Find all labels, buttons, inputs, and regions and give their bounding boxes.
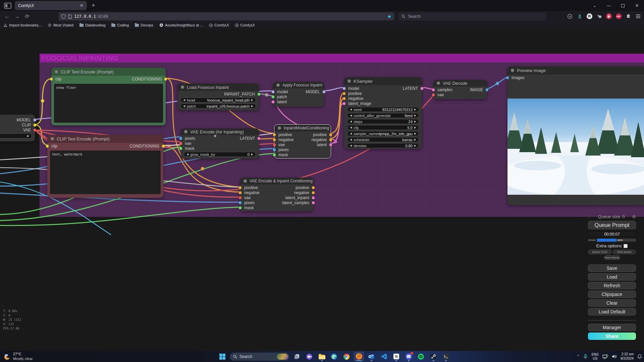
node-header[interactable]: VAE Encode & Inpaint Conditioning bbox=[240, 178, 313, 184]
input-dot-positive[interactable] bbox=[343, 92, 346, 95]
output-dot-model[interactable] bbox=[323, 90, 326, 93]
input-dot-negative[interactable] bbox=[343, 97, 346, 100]
privacy-badger-icon[interactable] bbox=[605, 13, 612, 20]
sampler-name-widget[interactable]: ◀sampler_namedpmpp_2m_sde_gpu▶ bbox=[347, 131, 419, 136]
window-maximize-button[interactable] bbox=[616, 0, 630, 11]
output-dot-negative[interactable] bbox=[312, 191, 315, 194]
input-dot-latent-image[interactable] bbox=[343, 102, 346, 105]
microphone-icon[interactable] bbox=[583, 354, 588, 359]
input-dot-vae[interactable] bbox=[273, 143, 276, 146]
language-indicator[interactable]: ENGUS bbox=[591, 353, 599, 360]
steam-icon[interactable] bbox=[428, 352, 438, 361]
bookmark-folder-devops[interactable]: Devops bbox=[135, 23, 153, 27]
window-minimize-button[interactable]: — bbox=[602, 0, 616, 11]
shield-icon[interactable] bbox=[61, 14, 66, 19]
notion-icon[interactable]: N bbox=[391, 352, 401, 361]
grow-mask-by-widget[interactable]: ◀grow_mask_by0▶ bbox=[184, 152, 256, 157]
node-header[interactable]: Apply Fooocus Inpaint bbox=[273, 82, 324, 88]
menu-drag-handle[interactable]: ∷ bbox=[588, 215, 591, 219]
notifications-bell-icon[interactable] bbox=[637, 354, 642, 359]
back-button[interactable]: ← bbox=[2, 13, 12, 19]
prompt-textarea[interactable]: snow floor bbox=[54, 84, 163, 123]
input-dot-patch[interactable] bbox=[272, 95, 275, 98]
head-widget[interactable]: ◀headfooocus_inpaint_head.pth▶ bbox=[180, 98, 256, 103]
node-load-fooocus-inpaint[interactable]: Load Fooocus Inpaint INPAINT_PATCH ◀head… bbox=[177, 83, 259, 110]
file-explorer-icon[interactable] bbox=[317, 352, 327, 361]
output-dot-latent-samples[interactable] bbox=[312, 201, 315, 204]
scheduler-widget[interactable]: ◀schedulerkarras▶ bbox=[347, 137, 419, 142]
new-tab-button[interactable]: + bbox=[92, 2, 95, 9]
bookmark-most-visited[interactable]: Most Visited bbox=[48, 23, 73, 27]
ckpt-name-widget[interactable]: ion.safetensors▶ bbox=[0, 133, 32, 138]
input-dot-images[interactable] bbox=[506, 76, 509, 79]
steps-widget[interactable]: ◀steps24▶ bbox=[347, 119, 419, 124]
menu-hamburger-icon[interactable] bbox=[635, 13, 641, 20]
queue-prompt-button[interactable]: Queue Prompt bbox=[588, 221, 636, 229]
firefox-icon[interactable] bbox=[354, 352, 364, 361]
output-dot-vae[interactable] bbox=[34, 128, 37, 131]
widget-next-icon[interactable]: ▶ bbox=[27, 134, 29, 137]
output-dot-model[interactable] bbox=[34, 118, 37, 121]
output-dot-latent[interactable] bbox=[329, 143, 332, 146]
collapse-dot[interactable] bbox=[511, 69, 514, 72]
network-icon[interactable] bbox=[602, 354, 608, 359]
spotify-icon[interactable] bbox=[416, 352, 426, 361]
node-header[interactable]: Preview Image bbox=[507, 66, 644, 74]
input-dot-mask[interactable] bbox=[273, 153, 276, 156]
output-dot-conditioning[interactable] bbox=[162, 144, 165, 147]
tray-chevron-icon[interactable]: ⌃ bbox=[577, 354, 580, 359]
url-bar[interactable]: 127.0.0.1:8188 ★ bbox=[59, 12, 394, 20]
input-dot-positive[interactable] bbox=[273, 133, 276, 136]
input-dot-pixels[interactable] bbox=[239, 201, 242, 204]
manager-button[interactable]: Manager bbox=[588, 324, 636, 331]
window-close-button[interactable]: ✕ bbox=[630, 0, 644, 11]
output-dot-inpaint-patch[interactable] bbox=[258, 93, 261, 96]
input-dot-negative[interactable] bbox=[273, 138, 276, 141]
collapse-dot[interactable] bbox=[181, 85, 184, 89]
volume-icon[interactable] bbox=[612, 354, 617, 359]
browser-search-bar[interactable]: Search bbox=[398, 12, 546, 20]
control-after-generate-widget[interactable]: ◀control_after_generatefixed▶ bbox=[347, 113, 419, 118]
node-apply-fooocus-inpaint[interactable]: Apply Fooocus Inpaint modelMODEL patch l… bbox=[273, 82, 324, 107]
collapse-dot[interactable] bbox=[437, 81, 440, 85]
node-checkpoint-loader-partial[interactable]: MODEL CLIP VAE ion.safetensors▶ bbox=[0, 115, 35, 141]
output-dot-negative[interactable] bbox=[329, 138, 332, 141]
collapse-dot[interactable] bbox=[276, 83, 280, 87]
adblock-plus-icon[interactable]: ABP bbox=[615, 13, 622, 20]
collapse-dot[interactable] bbox=[347, 79, 351, 83]
pocket-icon[interactable] bbox=[567, 13, 573, 20]
comfyui-canvas[interactable]: FOOOCUS INPAINTING bbox=[0, 29, 644, 351]
collapse-dot[interactable] bbox=[244, 179, 247, 183]
input-dot-mask[interactable] bbox=[239, 206, 242, 209]
node-inpaint-model-conditioning[interactable]: InpaintModelConditioning positivepositiv… bbox=[274, 125, 331, 158]
vscode-icon[interactable] bbox=[379, 352, 389, 361]
node-header[interactable]: VAE Decode bbox=[433, 80, 487, 86]
bookmark-star-icon[interactable]: ★ bbox=[387, 14, 391, 19]
input-dot-samples[interactable] bbox=[432, 88, 435, 91]
node-vae-encode-inpainting[interactable]: VAE Encode (for Inpainting) pixelsLATENT… bbox=[181, 128, 259, 159]
output-dot-positive[interactable] bbox=[329, 133, 332, 136]
seed-widget[interactable]: ◀seed831121194570213▶ bbox=[347, 107, 419, 112]
output-dot-latent-inpaint[interactable] bbox=[312, 196, 315, 199]
collapse-dot[interactable] bbox=[278, 126, 281, 130]
input-dot-negative[interactable] bbox=[239, 191, 242, 194]
page-info-icon[interactable] bbox=[68, 14, 72, 19]
weather-widget[interactable]: 27°C Mostly clear bbox=[3, 352, 33, 361]
output-dot-clip[interactable] bbox=[34, 123, 37, 126]
clear-button[interactable]: Clear bbox=[588, 299, 636, 307]
output-dot-latent[interactable] bbox=[421, 87, 424, 90]
edge-icon[interactable] bbox=[329, 352, 339, 361]
list-tabs-icon[interactable]: ⌄ bbox=[588, 0, 602, 11]
tab-close-icon[interactable]: ✕ bbox=[80, 3, 84, 8]
task-view-button[interactable] bbox=[292, 352, 302, 361]
view-queue-button[interactable]: View Queue bbox=[613, 250, 636, 254]
input-dot-pixels[interactable] bbox=[179, 137, 182, 140]
bookmark-comfyui-2[interactable]: ComfyUI bbox=[235, 23, 255, 27]
node-header[interactable]: KSampler bbox=[344, 77, 422, 85]
clipspace-button[interactable]: Clipspace bbox=[588, 291, 636, 298]
discord-icon[interactable] bbox=[404, 352, 414, 361]
outlook-icon[interactable] bbox=[366, 352, 376, 361]
prompt-textarea[interactable]: text, watermark bbox=[50, 150, 161, 194]
forward-button[interactable]: → bbox=[12, 13, 22, 19]
save-button[interactable]: Save bbox=[588, 264, 636, 272]
